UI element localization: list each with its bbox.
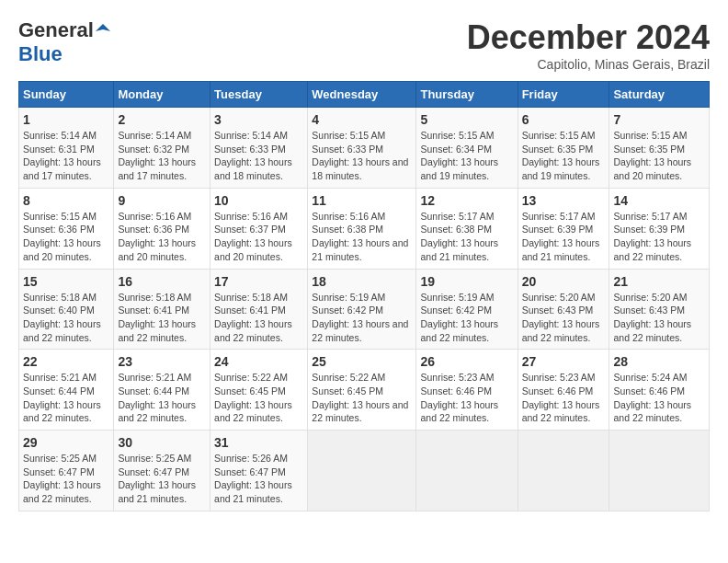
calendar-cell bbox=[308, 431, 416, 511]
location: Capitolio, Minas Gerais, Brazil bbox=[467, 57, 710, 72]
logo-text: General Blue bbox=[18, 18, 112, 67]
calendar-body: 1 Sunrise: 5:14 AM Sunset: 6:31 PM Dayli… bbox=[19, 108, 710, 511]
day-number: 5 bbox=[420, 112, 513, 127]
day-detail: Sunrise: 5:20 AM Sunset: 6:43 PM Dayligh… bbox=[522, 291, 606, 345]
calendar-cell: 9 Sunrise: 5:16 AM Sunset: 6:36 PM Dayli… bbox=[114, 188, 210, 269]
calendar-cell: 14 Sunrise: 5:17 AM Sunset: 6:39 PM Dayl… bbox=[609, 188, 710, 269]
day-number: 16 bbox=[118, 274, 206, 289]
calendar-cell: 8 Sunrise: 5:15 AM Sunset: 6:36 PM Dayli… bbox=[19, 188, 114, 269]
day-detail: Sunrise: 5:15 AM Sunset: 6:35 PM Dayligh… bbox=[522, 129, 606, 183]
day-number: 12 bbox=[420, 193, 513, 208]
day-number: 11 bbox=[312, 193, 412, 208]
calendar-cell: 20 Sunrise: 5:20 AM Sunset: 6:43 PM Dayl… bbox=[518, 269, 609, 350]
calendar-cell: 22 Sunrise: 5:21 AM Sunset: 6:44 PM Dayl… bbox=[19, 350, 114, 431]
calendar-cell: 4 Sunrise: 5:15 AM Sunset: 6:33 PM Dayli… bbox=[308, 108, 416, 189]
day-number: 25 bbox=[312, 354, 412, 369]
day-detail: Sunrise: 5:22 AM Sunset: 6:45 PM Dayligh… bbox=[214, 371, 303, 425]
calendar-cell: 1 Sunrise: 5:14 AM Sunset: 6:31 PM Dayli… bbox=[19, 108, 114, 189]
calendar-week-2: 8 Sunrise: 5:15 AM Sunset: 6:36 PM Dayli… bbox=[19, 188, 710, 269]
calendar-cell: 21 Sunrise: 5:20 AM Sunset: 6:43 PM Dayl… bbox=[609, 269, 710, 350]
day-number: 1 bbox=[23, 112, 109, 127]
day-detail: Sunrise: 5:25 AM Sunset: 6:47 PM Dayligh… bbox=[118, 452, 206, 506]
calendar-week-5: 29 Sunrise: 5:25 AM Sunset: 6:47 PM Dayl… bbox=[19, 431, 710, 511]
col-tuesday: Tuesday bbox=[210, 82, 308, 108]
calendar-week-1: 1 Sunrise: 5:14 AM Sunset: 6:31 PM Dayli… bbox=[19, 108, 710, 189]
day-detail: Sunrise: 5:15 AM Sunset: 6:36 PM Dayligh… bbox=[23, 210, 109, 264]
day-detail: Sunrise: 5:19 AM Sunset: 6:42 PM Dayligh… bbox=[312, 291, 412, 345]
day-detail: Sunrise: 5:16 AM Sunset: 6:38 PM Dayligh… bbox=[312, 210, 412, 264]
day-detail: Sunrise: 5:14 AM Sunset: 6:32 PM Dayligh… bbox=[118, 129, 206, 183]
day-detail: Sunrise: 5:18 AM Sunset: 6:41 PM Dayligh… bbox=[118, 291, 206, 345]
day-number: 23 bbox=[118, 354, 206, 369]
day-detail: Sunrise: 5:23 AM Sunset: 6:46 PM Dayligh… bbox=[522, 371, 606, 425]
calendar-cell: 2 Sunrise: 5:14 AM Sunset: 6:32 PM Dayli… bbox=[114, 108, 210, 189]
calendar-cell: 11 Sunrise: 5:16 AM Sunset: 6:38 PM Dayl… bbox=[308, 188, 416, 269]
day-number: 18 bbox=[312, 274, 412, 289]
day-detail: Sunrise: 5:14 AM Sunset: 6:31 PM Dayligh… bbox=[23, 129, 109, 183]
day-number: 8 bbox=[23, 193, 109, 208]
calendar-cell: 15 Sunrise: 5:18 AM Sunset: 6:40 PM Dayl… bbox=[19, 269, 114, 350]
day-detail: Sunrise: 5:20 AM Sunset: 6:43 PM Dayligh… bbox=[613, 291, 705, 345]
day-number: 19 bbox=[420, 274, 513, 289]
calendar-week-4: 22 Sunrise: 5:21 AM Sunset: 6:44 PM Dayl… bbox=[19, 350, 710, 431]
day-number: 9 bbox=[118, 193, 206, 208]
logo: General Blue bbox=[18, 18, 112, 67]
calendar-header: Sunday Monday Tuesday Wednesday Thursday… bbox=[19, 82, 710, 108]
calendar-cell: 24 Sunrise: 5:22 AM Sunset: 6:45 PM Dayl… bbox=[210, 350, 308, 431]
day-detail: Sunrise: 5:17 AM Sunset: 6:39 PM Dayligh… bbox=[522, 210, 606, 264]
title-area: December 2024 Capitolio, Minas Gerais, B… bbox=[467, 18, 710, 72]
calendar-cell: 10 Sunrise: 5:16 AM Sunset: 6:37 PM Dayl… bbox=[210, 188, 308, 269]
day-number: 15 bbox=[23, 274, 109, 289]
day-number: 17 bbox=[214, 274, 303, 289]
calendar-cell bbox=[518, 431, 609, 511]
calendar-cell: 16 Sunrise: 5:18 AM Sunset: 6:41 PM Dayl… bbox=[114, 269, 210, 350]
day-number: 24 bbox=[214, 354, 303, 369]
calendar-cell: 3 Sunrise: 5:14 AM Sunset: 6:33 PM Dayli… bbox=[210, 108, 308, 189]
page-header: General Blue December 2024 Capitolio, Mi… bbox=[18, 18, 710, 72]
day-detail: Sunrise: 5:15 AM Sunset: 6:35 PM Dayligh… bbox=[613, 129, 705, 183]
day-number: 13 bbox=[522, 193, 606, 208]
col-monday: Monday bbox=[114, 82, 210, 108]
day-number: 4 bbox=[312, 112, 412, 127]
calendar-cell: 7 Sunrise: 5:15 AM Sunset: 6:35 PM Dayli… bbox=[609, 108, 710, 189]
calendar-cell: 12 Sunrise: 5:17 AM Sunset: 6:38 PM Dayl… bbox=[416, 188, 518, 269]
day-detail: Sunrise: 5:17 AM Sunset: 6:39 PM Dayligh… bbox=[613, 210, 705, 264]
calendar-cell: 31 Sunrise: 5:26 AM Sunset: 6:47 PM Dayl… bbox=[210, 431, 308, 511]
day-detail: Sunrise: 5:23 AM Sunset: 6:46 PM Dayligh… bbox=[420, 371, 513, 425]
calendar-cell: 29 Sunrise: 5:25 AM Sunset: 6:47 PM Dayl… bbox=[19, 431, 114, 511]
day-number: 6 bbox=[522, 112, 606, 127]
calendar-week-3: 15 Sunrise: 5:18 AM Sunset: 6:40 PM Dayl… bbox=[19, 269, 710, 350]
day-detail: Sunrise: 5:25 AM Sunset: 6:47 PM Dayligh… bbox=[23, 452, 109, 506]
day-number: 14 bbox=[613, 193, 705, 208]
calendar-cell: 27 Sunrise: 5:23 AM Sunset: 6:46 PM Dayl… bbox=[518, 350, 609, 431]
col-thursday: Thursday bbox=[416, 82, 518, 108]
day-number: 22 bbox=[23, 354, 109, 369]
day-number: 27 bbox=[522, 354, 606, 369]
calendar-cell: 25 Sunrise: 5:22 AM Sunset: 6:45 PM Dayl… bbox=[308, 350, 416, 431]
calendar-cell: 5 Sunrise: 5:15 AM Sunset: 6:34 PM Dayli… bbox=[416, 108, 518, 189]
day-detail: Sunrise: 5:18 AM Sunset: 6:41 PM Dayligh… bbox=[214, 291, 303, 345]
calendar-cell: 18 Sunrise: 5:19 AM Sunset: 6:42 PM Dayl… bbox=[308, 269, 416, 350]
calendar-cell: 26 Sunrise: 5:23 AM Sunset: 6:46 PM Dayl… bbox=[416, 350, 518, 431]
calendar-cell: 23 Sunrise: 5:21 AM Sunset: 6:44 PM Dayl… bbox=[114, 350, 210, 431]
col-saturday: Saturday bbox=[609, 82, 710, 108]
col-wednesday: Wednesday bbox=[308, 82, 416, 108]
calendar-cell: 17 Sunrise: 5:18 AM Sunset: 6:41 PM Dayl… bbox=[210, 269, 308, 350]
day-number: 7 bbox=[613, 112, 705, 127]
day-detail: Sunrise: 5:18 AM Sunset: 6:40 PM Dayligh… bbox=[23, 291, 109, 345]
day-detail: Sunrise: 5:22 AM Sunset: 6:45 PM Dayligh… bbox=[312, 371, 412, 425]
day-number: 28 bbox=[613, 354, 705, 369]
day-detail: Sunrise: 5:16 AM Sunset: 6:37 PM Dayligh… bbox=[214, 210, 303, 264]
calendar-cell bbox=[609, 431, 710, 511]
day-number: 21 bbox=[613, 274, 705, 289]
calendar-table: Sunday Monday Tuesday Wednesday Thursday… bbox=[18, 81, 710, 511]
day-detail: Sunrise: 5:19 AM Sunset: 6:42 PM Dayligh… bbox=[420, 291, 513, 345]
calendar-cell: 13 Sunrise: 5:17 AM Sunset: 6:39 PM Dayl… bbox=[518, 188, 609, 269]
day-number: 29 bbox=[23, 435, 109, 450]
day-detail: Sunrise: 5:16 AM Sunset: 6:36 PM Dayligh… bbox=[118, 210, 206, 264]
day-number: 10 bbox=[214, 193, 303, 208]
day-detail: Sunrise: 5:21 AM Sunset: 6:44 PM Dayligh… bbox=[118, 371, 206, 425]
col-sunday: Sunday bbox=[19, 82, 114, 108]
day-number: 3 bbox=[214, 112, 303, 127]
day-detail: Sunrise: 5:21 AM Sunset: 6:44 PM Dayligh… bbox=[23, 371, 109, 425]
